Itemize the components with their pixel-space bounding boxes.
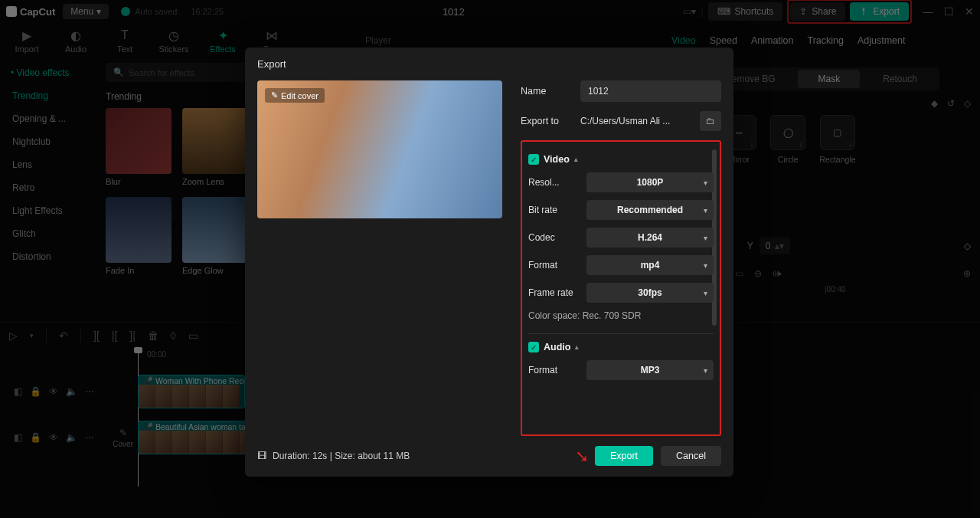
format-label: Format [528, 260, 586, 270]
res-select[interactable]: 1080P▾ [586, 172, 714, 192]
browse-folder-button[interactable]: 🗀 [700, 111, 721, 131]
arrow-annotation: ➘ [575, 447, 589, 467]
codec-label: Codec [528, 232, 586, 243]
bitrate-label: Bit rate [528, 205, 586, 215]
video-section[interactable]: ✓ Video ▴ [528, 154, 714, 165]
exportto-path: C:/Users/Usman Ali ... [580, 116, 695, 126]
name-label: Name [521, 86, 580, 97]
folder-icon: 🗀 [706, 116, 715, 126]
res-label: Resol... [528, 177, 586, 188]
pencil-icon: ✎ [271, 90, 278, 100]
fps-label: Frame rate [528, 287, 586, 298]
settings-highlight: ✓ Video ▴ Resol...1080P▾ Bit rateRecomme… [521, 140, 721, 436]
duration-info: 🎞 Duration: 12s | Size: about 11 MB [257, 451, 410, 461]
codec-select[interactable]: H.264▾ [586, 228, 714, 248]
checkbox-icon[interactable]: ✓ [528, 154, 539, 165]
exportto-label: Export to [521, 116, 580, 126]
audio-format-select[interactable]: MP3▾ [586, 360, 714, 380]
format-select[interactable]: mp4▾ [586, 255, 714, 275]
cancel-button[interactable]: Cancel [661, 446, 721, 466]
colorspace-text: Color space: Rec. 709 SDR [528, 310, 714, 321]
film-icon: 🎞 [257, 451, 266, 461]
export-dialog: Export ✎ Edit cover Name 1012 Export to … [245, 48, 733, 477]
checkbox-icon[interactable]: ✓ [528, 342, 539, 352]
fps-select[interactable]: 30fps▾ [586, 283, 714, 303]
export-confirm-button[interactable]: Export [595, 446, 653, 466]
audio-section[interactable]: ✓ Audio ▴ [528, 342, 714, 352]
name-input[interactable]: 1012 [580, 80, 721, 102]
cover-preview: ✎ Edit cover [257, 80, 502, 218]
edit-cover-button[interactable]: ✎ Edit cover [265, 88, 325, 103]
bitrate-select[interactable]: Recommended▾ [586, 200, 714, 220]
audio-format-label: Format [528, 365, 586, 375]
dialog-title: Export [257, 58, 721, 70]
